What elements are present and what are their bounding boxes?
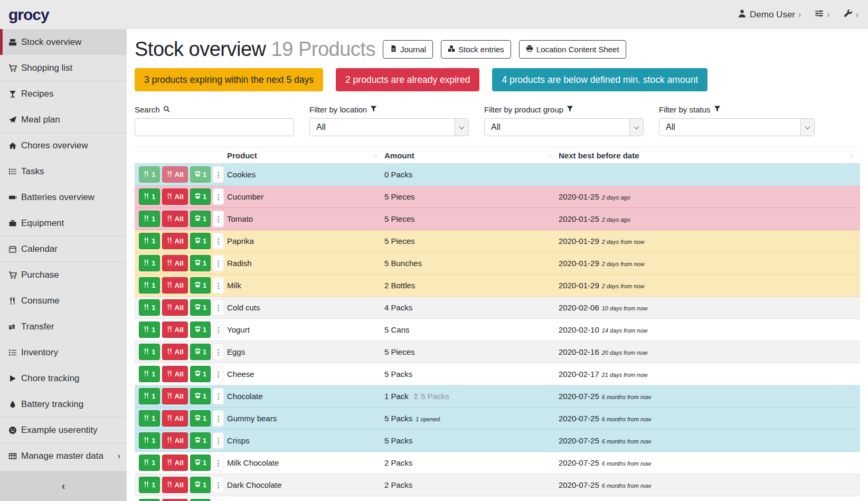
status-select[interactable]: All [659, 118, 815, 136]
sidebar-item-chore-tracking[interactable]: Chore tracking [0, 365, 127, 391]
sidebar-item-manage-master-data[interactable]: Manage master data› [0, 443, 127, 469]
row-menu-button[interactable]: ⋮ [213, 344, 224, 360]
open-one-button[interactable]: 1 [190, 211, 211, 227]
sidebar-item-purchase[interactable]: Purchase [0, 262, 127, 288]
row-menu-button[interactable]: ⋮ [213, 477, 224, 493]
consume-one-button[interactable]: 1 [139, 432, 160, 449]
consume-one-button[interactable]: 1 [139, 410, 160, 427]
open-one-button[interactable]: 1 [190, 388, 211, 404]
open-one-button[interactable]: 1 [190, 410, 211, 427]
sidebar-item-stock-overview[interactable]: Stock overview [0, 29, 127, 55]
consume-all-button[interactable]: All [162, 188, 188, 205]
row-menu-button[interactable]: ⋮ [213, 233, 224, 249]
open-one-button[interactable]: 1 [190, 166, 211, 183]
sidebar-item-consume[interactable]: Consume [0, 288, 127, 314]
consume-all-button[interactable]: All [162, 233, 188, 249]
expired-alert[interactable]: 2 products are already expired [336, 68, 479, 91]
consume-one-button[interactable]: 1 [139, 299, 160, 316]
row-menu-button[interactable]: ⋮ [213, 366, 224, 382]
consume-all-button[interactable]: All [162, 277, 188, 294]
sidebar-item-meal-plan[interactable]: Meal plan [0, 107, 127, 133]
row-menu-button[interactable]: ⋮ [213, 211, 224, 227]
admin-menu[interactable]: › [844, 9, 858, 21]
consume-all-button[interactable]: All [162, 322, 188, 338]
location-select[interactable]: All [309, 118, 469, 136]
open-one-button[interactable]: 1 [190, 322, 211, 338]
product-group-select[interactable]: All [484, 118, 644, 136]
open-one-button[interactable]: 1 [190, 432, 211, 449]
consume-one-button[interactable]: 1 [139, 211, 160, 227]
row-menu-button[interactable]: ⋮ [213, 322, 224, 338]
product-column-header[interactable]: Product ↑↓ [227, 151, 384, 160]
sidebar-collapse-button[interactable]: ‹ [0, 471, 127, 501]
row-menu-button[interactable]: ⋮ [213, 455, 224, 471]
open-one-button[interactable]: 1 [190, 366, 211, 382]
amount-column-header[interactable]: Amount ↑↓ [384, 151, 559, 160]
sidebar-item-recipes[interactable]: Recipes [0, 81, 127, 107]
consume-all-button[interactable]: All [162, 388, 188, 404]
row-actions: 1 All 1 ⋮ [135, 211, 227, 227]
app-logo[interactable]: grocy [8, 6, 49, 24]
consume-one-button[interactable]: 1 [139, 477, 160, 493]
open-one-button[interactable]: 1 [190, 499, 211, 501]
row-menu-button[interactable]: ⋮ [213, 255, 224, 271]
sidebar-item-transfer[interactable]: ⇄Transfer [0, 314, 127, 339]
open-one-button[interactable]: 1 [190, 455, 211, 471]
consume-all-button[interactable]: All [162, 366, 188, 382]
open-one-button[interactable]: 1 [190, 477, 211, 493]
open-one-button[interactable]: 1 [190, 299, 211, 316]
row-menu-button[interactable]: ⋮ [213, 299, 224, 316]
open-one-button[interactable]: 1 [190, 344, 211, 360]
row-menu-button[interactable]: ⋮ [213, 432, 224, 449]
consume-all-button[interactable]: All [162, 455, 188, 471]
consume-one-button[interactable]: 1 [139, 366, 160, 382]
consume-all-button[interactable]: All [162, 344, 188, 360]
location-content-sheet-button[interactable]: Location Content Sheet [519, 40, 626, 59]
open-one-button[interactable]: 1 [190, 233, 211, 249]
sidebar-item-shopping-list[interactable]: Shopping list [0, 55, 127, 81]
consume-all-button[interactable]: All [162, 477, 188, 493]
consume-all-button[interactable]: All [162, 211, 188, 227]
consume-one-button[interactable]: 1 [139, 255, 160, 271]
row-menu-button[interactable]: ⋮ [213, 277, 224, 294]
consume-all-button[interactable]: All [162, 410, 188, 427]
consume-one-button[interactable]: 1 [139, 166, 160, 183]
open-one-button[interactable]: 1 [190, 188, 211, 205]
sidebar-item-batteries-overview[interactable]: Batteries overview [0, 184, 127, 210]
row-menu-button[interactable]: ⋮ [213, 410, 224, 427]
journal-button[interactable]: Journal [383, 40, 433, 59]
user-menu[interactable]: Demo User › [738, 9, 801, 21]
below-min-stock-alert[interactable]: 4 products are below defined min. stock … [492, 68, 707, 91]
sidebar-item-chores-overview[interactable]: Chores overview [0, 133, 127, 158]
sidebar-item-tasks[interactable]: Tasks [0, 158, 127, 184]
row-menu-button[interactable]: ⋮ [213, 166, 224, 183]
consume-all-button[interactable]: All [162, 255, 188, 271]
consume-one-button[interactable]: 1 [139, 344, 160, 360]
consume-one-button[interactable]: 1 [139, 233, 160, 249]
expiring-alert[interactable]: 3 products expiring within the next 5 da… [135, 68, 323, 91]
sidebar-item-example-userentity[interactable]: Example userentity [0, 417, 127, 443]
consume-one-button[interactable]: 1 [139, 499, 160, 501]
search-input[interactable] [135, 118, 294, 136]
open-one-button[interactable]: 1 [190, 277, 211, 294]
consume-one-button[interactable]: 1 [139, 388, 160, 404]
sidebar-item-calendar[interactable]: Calendar [0, 236, 127, 262]
consume-all-button[interactable]: All [162, 299, 188, 316]
open-one-button[interactable]: 1 [190, 255, 211, 271]
stock-entries-button[interactable]: Stock entries [441, 40, 511, 59]
sidebar-item-battery-tracking[interactable]: Battery tracking [0, 391, 127, 417]
consume-one-button[interactable]: 1 [139, 188, 160, 205]
sidebar-item-equipment[interactable]: Equipment [0, 210, 127, 236]
sidebar-item-inventory[interactable]: Inventory [0, 339, 127, 365]
consume-all-button[interactable]: All [162, 432, 188, 449]
row-menu-button[interactable]: ⋮ [213, 188, 224, 205]
consume-one-button[interactable]: 1 [139, 277, 160, 294]
consume-one-button[interactable]: 1 [139, 455, 160, 471]
consume-all-button[interactable]: All [162, 166, 188, 183]
consume-all-button[interactable]: All [162, 499, 188, 501]
best-before-column-header[interactable]: Next best before date ↑↓ [559, 151, 860, 160]
row-menu-button[interactable]: ⋮ [213, 499, 224, 501]
row-menu-button[interactable]: ⋮ [213, 388, 224, 404]
consume-one-button[interactable]: 1 [139, 322, 160, 338]
settings-menu[interactable]: › [815, 9, 829, 21]
